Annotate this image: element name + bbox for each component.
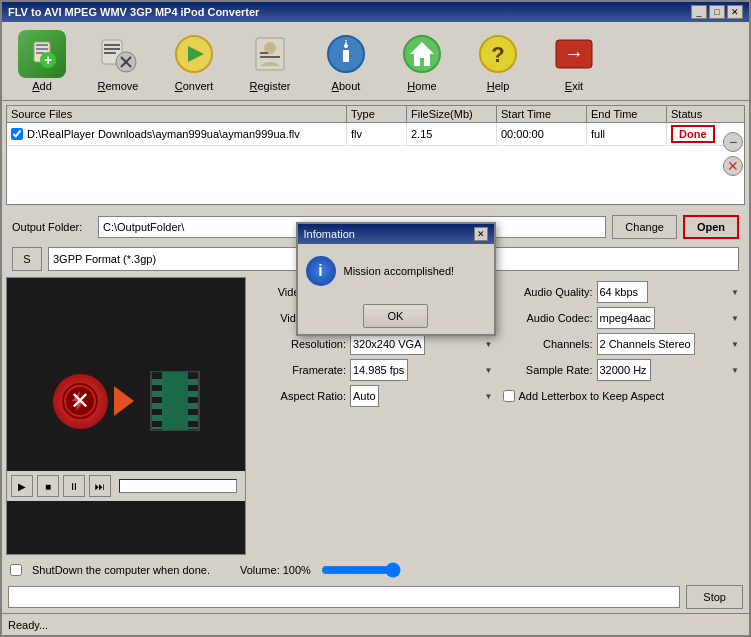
svg-rect-34 [188,372,198,430]
framerate-label: Framerate: [256,364,346,376]
svg-rect-39 [153,416,161,422]
shutdown-checkbox[interactable] [10,564,22,576]
volume-label: Volume: 100% [240,564,311,576]
svg-point-21 [344,44,348,48]
minus-button[interactable]: − [723,132,743,152]
col-source: Source Files [7,106,347,122]
add-button[interactable]: + Add [6,26,78,96]
sample-rate-label: Sample Rate: [503,364,593,376]
exit-label: Exit [565,80,583,92]
col-status: Status [667,106,745,122]
toolbar: + Add Remove Convert Register i [2,22,749,101]
remove-label: Remove [98,80,139,92]
audio-quality-select[interactable]: 64 kbps 128 kbps [597,281,648,303]
about-button[interactable]: i About [310,26,382,96]
close-side-button[interactable]: ✕ [723,156,743,176]
dialog-footer: OK [298,298,494,334]
stop-button[interactable]: Stop [686,585,743,609]
table-row: D:\RealPlayer Downloads\ayman999ua\ayman… [7,123,744,146]
title-bar-controls: _ □ ✕ [691,5,743,19]
bottom-row: Stop [2,581,749,613]
resolution-label: Resolution: [256,338,346,350]
add-svg: + [26,38,58,70]
home-button[interactable]: Home [386,26,458,96]
channels-row: Channels: 2 Channels Stereo Mono [503,333,742,355]
svg-point-30 [66,387,94,415]
shutdown-label: ShutDown the computer when done. [32,564,210,576]
stop-mini-button[interactable]: ■ [37,475,59,497]
table-header: Source Files Type FileSize(Mb) Start Tim… [7,106,744,123]
svg-rect-36 [153,386,161,392]
exit-button[interactable]: → Exit [538,26,610,96]
home-label: Home [407,80,436,92]
minimize-button[interactable]: _ [691,5,707,19]
svg-rect-17 [260,52,268,54]
resolution-row: Resolution: 320x240 VGA 640x480 [256,333,495,355]
svg-rect-9 [104,52,116,54]
side-controls: − ✕ [723,132,743,176]
status-text: Ready... [8,619,48,631]
pause-button[interactable]: ⏸ [63,475,85,497]
framerate-select[interactable]: 14.985 fps 25 fps 30 fps [350,359,408,381]
sample-rate-row: Sample Rate: 32000 Hz 44100 Hz [503,359,742,381]
exit-svg: → [552,32,596,76]
status-badge: Done [671,125,715,143]
step-button[interactable]: ⏭ [89,475,111,497]
sample-rate-select[interactable]: 32000 Hz 44100 Hz [597,359,651,381]
resolution-select[interactable]: 320x240 VGA 640x480 [350,333,425,355]
dialog-title-bar: Infomation ✕ [298,224,494,244]
filename: D:\RealPlayer Downloads\ayman999ua\ayman… [27,128,300,140]
remove-button[interactable]: Remove [82,26,154,96]
svg-rect-41 [189,386,197,392]
aspect-ratio-label: Aspect Ratio: [256,390,346,402]
info-icon: i [306,256,336,286]
remove-svg [96,32,140,76]
close-button[interactable]: ✕ [727,5,743,19]
audio-codec-wrapper: mpeg4aac mp3 [597,307,742,329]
svg-rect-40 [189,376,197,382]
filesize-cell: 2.15 [407,123,497,145]
about-label: About [332,80,361,92]
col-type: Type [347,106,407,122]
volume-slider[interactable] [321,562,401,578]
dialog-body: i Mission accomplished! [298,244,494,298]
preview-content [7,331,245,471]
player-controls: ▶ ■ ⏸ ⏭ [7,471,245,501]
film-strip [150,371,200,431]
settings-tab[interactable]: S [12,247,42,271]
convert-label: Convert [175,80,214,92]
help-button[interactable]: ? Help [462,26,534,96]
svg-rect-33 [152,372,162,430]
dialog-message: Mission accomplished! [344,265,455,277]
register-button[interactable]: Register [234,26,306,96]
convert-svg [172,32,216,76]
ok-button[interactable]: OK [363,304,429,328]
sample-rate-wrapper: 32000 Hz 44100 Hz [597,359,742,381]
aspect-ratio-row: Aspect Ratio: Auto 4:3 16:9 [256,385,495,407]
maximize-button[interactable]: □ [709,5,725,19]
window-title: FLV to AVI MPEG WMV 3GP MP4 iPod Convert… [8,6,259,18]
search-input[interactable] [8,586,680,608]
dialog-close-button[interactable]: ✕ [474,227,488,241]
letterbox-checkbox[interactable] [503,390,515,402]
svg-rect-7 [104,44,120,46]
letterbox-label: Add Letterbox to Keep Aspect [519,390,665,402]
audio-codec-select[interactable]: mpeg4aac mp3 [597,307,655,329]
channels-wrapper: 2 Channels Stereo Mono [597,333,742,355]
dialog-title-text: Infomation [304,228,355,240]
aspect-ratio-select[interactable]: Auto 4:3 16:9 [350,385,379,407]
row-checkbox[interactable] [11,128,23,140]
svg-rect-22 [343,50,349,62]
channels-select[interactable]: 2 Channels Stereo Mono [597,333,695,355]
aspect-ratio-wrapper: Auto 4:3 16:9 [350,385,495,407]
progress-track[interactable] [119,479,237,493]
audio-quality-row: Audio Quality: 64 kbps 128 kbps [503,281,742,303]
open-button[interactable]: Open [683,215,739,239]
title-bar: FLV to AVI MPEG WMV 3GP MP4 iPod Convert… [2,2,749,22]
change-button[interactable]: Change [612,215,677,239]
register-label: Register [250,80,291,92]
convert-button[interactable]: Convert [158,26,230,96]
file-table: Source Files Type FileSize(Mb) Start Tim… [6,105,745,205]
play-button[interactable]: ▶ [11,475,33,497]
svg-text:?: ? [491,42,504,67]
